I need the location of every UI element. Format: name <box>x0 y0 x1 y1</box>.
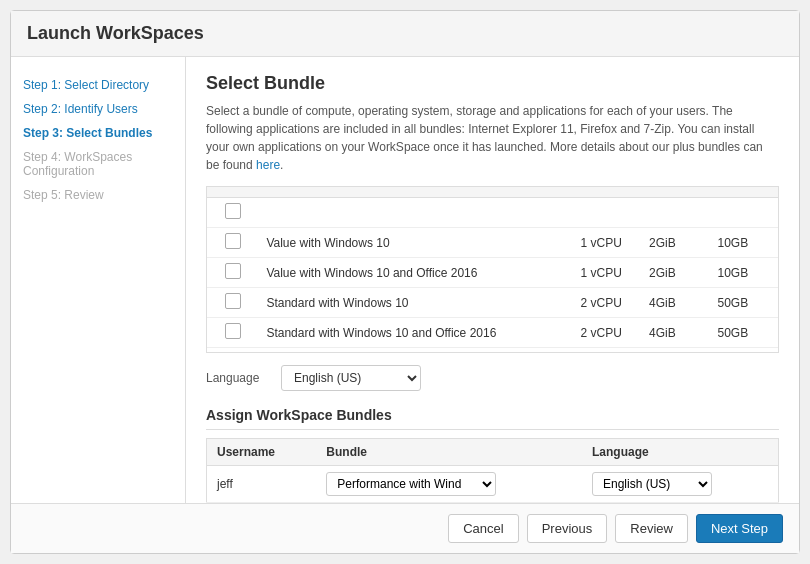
bundle-checkbox[interactable] <box>207 288 258 318</box>
checkbox-unchecked-icon <box>225 293 241 309</box>
bundle-row[interactable]: Value with Windows 101 vCPU2GiB10GB <box>207 228 778 258</box>
bundle-ram: 4GiB <box>641 288 710 318</box>
assign-title: Assign WorkSpace Bundles <box>206 407 779 430</box>
main-window: Launch WorkSpaces Step 1: Select Directo… <box>10 10 800 554</box>
col-check <box>207 187 258 198</box>
sidebar-item-step5: Step 5: Review <box>23 183 173 207</box>
assign-col-language: Language <box>582 439 779 466</box>
bundle-checkbox[interactable] <box>207 258 258 288</box>
bundle-name <box>258 198 572 228</box>
sidebar-item-step3: Step 3: Select Bundles <box>23 121 173 145</box>
bundle-cpu: 1 vCPU <box>572 228 641 258</box>
bundle-cpu: 2 vCPU <box>572 288 641 318</box>
bundle-cpu <box>572 198 641 228</box>
bundle-cpu: 2 vCPU <box>572 348 641 354</box>
col-storage-header <box>709 187 778 198</box>
checkbox-unchecked-icon <box>225 323 241 339</box>
bundle-checkbox[interactable] <box>207 318 258 348</box>
bundle-table-container: Value with Windows 101 vCPU2GiB10GBValue… <box>206 186 779 353</box>
bundle-ram: 4GiB <box>641 318 710 348</box>
assign-col-username: Username <box>207 439 317 466</box>
bundle-ram: 2GiB <box>641 258 710 288</box>
bundle-row[interactable]: Performance with Windows 102 vCPU7.5GiB1… <box>207 348 778 354</box>
bundle-name: Standard with Windows 10 and Office 2016 <box>258 318 572 348</box>
section-title: Select Bundle <box>206 73 779 94</box>
col-bundle-header <box>258 187 572 198</box>
checkbox-unchecked-icon <box>225 233 241 249</box>
bundle-row[interactable]: Standard with Windows 10 and Office 2016… <box>207 318 778 348</box>
sidebar-item-step2[interactable]: Step 2: Identify Users <box>23 97 173 121</box>
bundle-storage: 50GB <box>709 288 778 318</box>
bundle-storage: 100GB <box>709 348 778 354</box>
assign-language-cell: English (US) <box>582 466 779 503</box>
bundle-checkbox[interactable] <box>207 348 258 354</box>
bundle-storage <box>709 198 778 228</box>
here-link[interactable]: here <box>256 158 280 172</box>
checkbox-unchecked-icon <box>225 263 241 279</box>
bundle-ram: 7.5GiB <box>641 348 710 354</box>
bundle-row[interactable]: Value with Windows 10 and Office 20161 v… <box>207 258 778 288</box>
bundle-storage: 50GB <box>709 318 778 348</box>
bundle-checkbox[interactable] <box>207 228 258 258</box>
assign-col-bundle: Bundle <box>316 439 582 466</box>
bundle-storage: 10GB <box>709 228 778 258</box>
sidebar: Step 1: Select Directory Step 2: Identif… <box>11 57 186 503</box>
bundle-storage: 10GB <box>709 258 778 288</box>
sidebar-item-step1[interactable]: Step 1: Select Directory <box>23 73 173 97</box>
language-row: Language English (US) <box>206 365 779 391</box>
bundle-table: Value with Windows 101 vCPU2GiB10GBValue… <box>207 187 778 353</box>
bundle-row[interactable]: Standard with Windows 102 vCPU4GiB50GB <box>207 288 778 318</box>
description: Select a bundle of compute, operating sy… <box>206 102 779 174</box>
bundle-cpu: 1 vCPU <box>572 258 641 288</box>
assign-username: jeff <box>207 466 317 503</box>
col-ram-header <box>641 187 710 198</box>
review-button[interactable]: Review <box>615 514 688 543</box>
sidebar-item-step4: Step 4: WorkSpaces Configuration <box>23 145 173 183</box>
title-text: Launch WorkSpaces <box>27 23 204 43</box>
bundle-name: Value with Windows 10 <box>258 228 572 258</box>
col-cpu-header <box>572 187 641 198</box>
main-content-area: Step 1: Select Directory Step 2: Identif… <box>11 57 799 503</box>
assign-bundle-select[interactable]: Performance with Wind <box>326 472 496 496</box>
checkbox-unchecked-icon <box>225 203 241 219</box>
bundle-ram: 2GiB <box>641 228 710 258</box>
bundle-row[interactable] <box>207 198 778 228</box>
assign-bundle-cell: Performance with Wind <box>316 466 582 503</box>
next-step-button[interactable]: Next Step <box>696 514 783 543</box>
language-label: Language <box>206 371 271 385</box>
content-area: Select Bundle Select a bundle of compute… <box>186 57 799 503</box>
footer: Cancel Previous Review Next Step <box>11 503 799 553</box>
window-title: Launch WorkSpaces <box>11 11 799 57</box>
bundle-ram <box>641 198 710 228</box>
bundle-name: Value with Windows 10 and Office 2016 <box>258 258 572 288</box>
bundle-cpu: 2 vCPU <box>572 318 641 348</box>
bundle-name: Performance with Windows 10 <box>258 348 572 354</box>
assign-table: Username Bundle Language jeffPerformance… <box>206 438 779 503</box>
bundle-name: Standard with Windows 10 <box>258 288 572 318</box>
cancel-button[interactable]: Cancel <box>448 514 518 543</box>
assign-language-select[interactable]: English (US) <box>592 472 712 496</box>
language-select[interactable]: English (US) <box>281 365 421 391</box>
bundle-checkbox[interactable] <box>207 198 258 228</box>
assign-row: jeffPerformance with WindEnglish (US) <box>207 466 779 503</box>
previous-button[interactable]: Previous <box>527 514 608 543</box>
